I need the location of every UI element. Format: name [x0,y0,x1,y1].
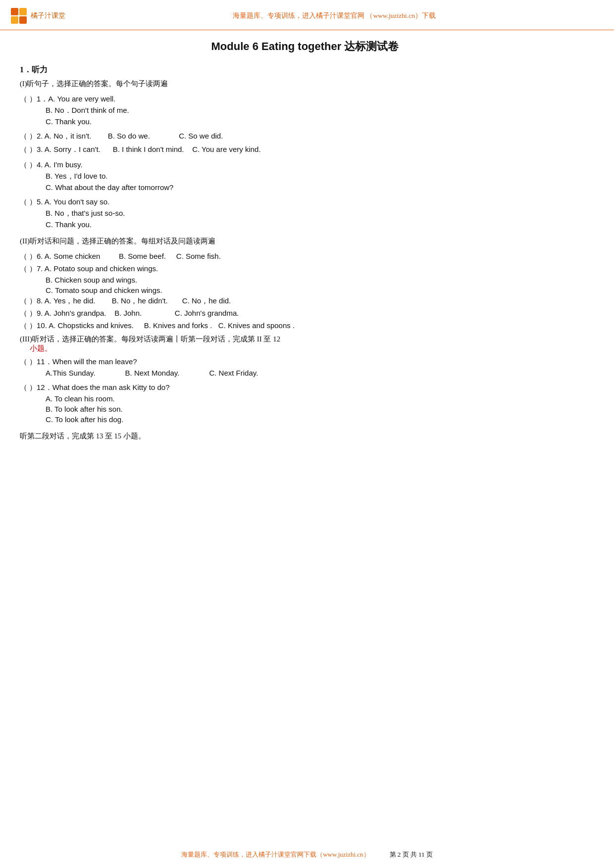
q4-optC: C. What about the day after tomorrow? [46,183,590,192]
q7-optC: C. Tomato soup and chicken wings. [46,286,590,294]
q11-optA: A.This Sunday. [46,369,96,377]
bracket-11: （ [20,357,27,367]
logo-text: 橘子汁课堂 [31,11,65,20]
q5-content: ）5. A. You don't say so. [29,197,590,207]
q4-content: ）4. A. I'm busy. [29,160,590,170]
q5-optC: C. Thank you. [46,220,590,229]
svg-rect-1 [19,8,27,15]
question-1: （ ）1．A. You are very well. [20,95,590,104]
q7-text: ）7. A. Potato soup and chicken wings. [29,264,158,273]
header: 橘子汁课堂 海量题库、专项训练，进入橘子汁课堂官网 （www.juzizhi.c… [0,0,614,30]
bracket-6: （ [20,252,27,261]
page: 橘子汁课堂 海量题库、专项训练，进入橘子汁课堂官网 （www.juzizhi.c… [0,0,614,868]
question-10: （ ）10. A. Chopsticks and knives. B. Kniv… [20,321,590,331]
q12-optA: A. To clean his room. [46,394,590,403]
bracket-9: （ [20,309,27,318]
q11-options: A.This Sunday. B. Next Monday. C. Next F… [46,369,590,377]
q7-content: ）7. A. Potato soup and chicken wings. [29,264,590,274]
bracket-12: （ [20,383,27,392]
q12-content: ）12．What does the man ask Kitty to do? [29,383,590,392]
q11-text: ）11．When will the man leave? [29,357,137,366]
svg-rect-0 [11,8,18,15]
question-11: （ ）11．When will the man leave? [20,357,590,367]
q11-content: ）11．When will the man leave? [29,357,590,367]
question-8: （ ）8. A. Yes，he did. B. No，he didn't. C.… [20,296,590,306]
q1-content: ）1．A. You are very well. [29,95,590,104]
q5-optB: B. No，that's just so-so. [46,209,590,218]
question-3: （ ）3. A. Sorry．I can't. B. I think I don… [20,145,590,154]
footer: 海量题库、专项训练，进入橘子汁课堂官网下载（www.juzizhi.cn） 第 … [0,850,614,859]
question-5: （ ）5. A. You don't say so. [20,197,590,207]
q2-text: ）2. A. No，it isn't. B. So do we. C. So w… [29,132,223,140]
q9-text: ）9. A. John's grandpa. B. John. C. John'… [29,309,239,317]
bracket-8: （ [20,296,27,306]
part-III-instruction-black: (III)听对话，选择正确的答案。每段对话读两遍丨听第一段对话，完成第 II 至… [20,335,280,343]
q4-text: ）4. A. I'm busy. [29,160,83,169]
q12-optC: C. To look after his dog. [46,415,590,424]
part-III-instruction: (III)听对话，选择正确的答案。每段对话读两遍丨听第一段对话，完成第 II 至… [20,335,590,353]
q2-content: ）2. A. No，it isn't. B. So do we. C. So w… [29,132,590,141]
footer-right: 第 2 页 共 11 页 [390,850,433,859]
svg-rect-3 [19,16,27,24]
question-7: （ ）7. A. Potato soup and chicken wings. [20,264,590,274]
q9-content: ）9. A. John's grandpa. B. John. C. John'… [29,309,590,318]
q6-content: ）6. A. Some chicken B. Some beef. C. Som… [29,252,590,261]
section-title: 1．听力 [20,65,590,75]
bracket-10: （ [20,321,27,331]
logo-box: 橘子汁课堂 [10,7,69,25]
logo-icon [10,7,28,25]
bracket-3: （ [20,145,27,154]
part-III-cont-instruction: 听第二段对话，完成第 13 至 15 小题。 [20,432,590,441]
q8-content: ）8. A. Yes，he did. B. No，he didn't. C. N… [29,296,590,306]
footer-left: 海量题库、专项训练，进入橘子汁课堂官网下载（www.juzizhi.cn） [181,850,369,859]
q1-num: ）1．A. You are very well. [29,95,115,103]
bracket-7: （ [20,264,27,274]
part-I-instruction: (I)听句子，选择正确的答案。每个句子读两遍 [20,79,590,89]
svg-rect-2 [11,16,18,24]
q11-optB: B. Next Monday. [125,369,180,377]
bracket-4: （ [20,160,27,170]
q12-text: ）12．What does the man ask Kitty to do? [29,383,169,391]
question-2: （ ）2. A. No，it isn't. B. So do we. C. So… [20,132,590,141]
q7-optB: B. Chicken soup and wings. [46,276,590,284]
q6-text: ）6. A. Some chicken B. Some beef. C. Som… [29,252,221,260]
bracket-1: （ [20,95,27,104]
question-6: （ ）6. A. Some chicken B. Some beef. C. S… [20,252,590,261]
bracket-5: （ [20,197,27,207]
question-4: （ ）4. A. I'm busy. [20,160,590,170]
q1-optB: B. No．Don't think of me. [46,106,590,115]
q5-text: ）5. A. You don't say so. [29,197,109,206]
q8-text: ）8. A. Yes，he did. B. No，he didn't. C. N… [29,296,231,305]
q12-optB: B. To look after his son. [46,405,590,413]
main-content: Module 6 Eating together 达标测试卷 1．听力 (I)听… [0,30,614,461]
q11-optC: C. Next Friday. [209,369,258,377]
question-9: （ ）9. A. John's grandpa. B. John. C. Joh… [20,309,590,318]
page-title: Module 6 Eating together 达标测试卷 [20,39,590,54]
question-12: （ ）12．What does the man ask Kitty to do? [20,383,590,392]
q3-text: ）3. A. Sorry．I can't. B. I think I don't… [29,145,261,153]
part-III-instruction-red: 小题。 [30,344,52,352]
q4-optB: B. Yes，I'd love to. [46,172,590,181]
q10-text: ）10. A. Chopsticks and knives. B. Knives… [29,321,295,331]
part-II-instruction: (II)听对话和问题，选择正确的答案。每组对话及问题读两遍 [20,237,590,246]
q1-optC: C. Thank you. [46,117,590,126]
q3-content: ）3. A. Sorry．I can't. B. I think I don't… [29,145,590,154]
bracket-2: （ [20,132,27,141]
header-center: 海量题库、专项训练，进入橘子汁课堂官网 （www.juzizhi.cn）下载 [69,11,599,20]
